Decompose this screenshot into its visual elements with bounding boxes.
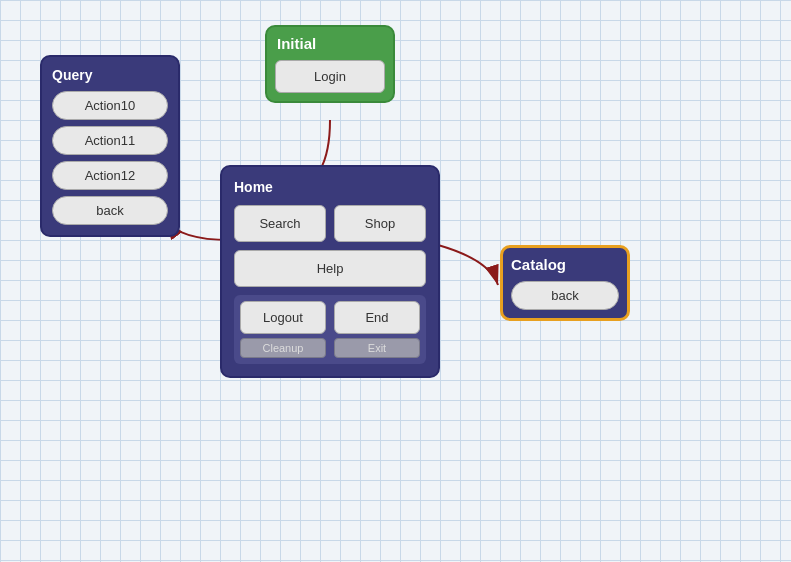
home-bottom-section: Logout End Cleanup Exit bbox=[234, 295, 426, 364]
query-back-button[interactable]: back bbox=[52, 196, 168, 225]
search-button[interactable]: Search bbox=[234, 205, 326, 242]
home-state-box: Home Search Shop Help Logout End Cleanup… bbox=[220, 165, 440, 378]
action10-button[interactable]: Action10 bbox=[52, 91, 168, 120]
login-button[interactable]: Login bbox=[275, 60, 385, 93]
query-title: Query bbox=[52, 67, 168, 83]
initial-title: Initial bbox=[275, 35, 385, 52]
exit-button[interactable]: Exit bbox=[334, 338, 420, 358]
initial-state-box: Initial Login bbox=[265, 25, 395, 103]
home-title: Home bbox=[234, 179, 426, 195]
catalog-back-button[interactable]: back bbox=[511, 281, 619, 310]
cleanup-button[interactable]: Cleanup bbox=[240, 338, 326, 358]
help-button[interactable]: Help bbox=[234, 250, 426, 287]
catalog-state-box: Catalog back bbox=[500, 245, 630, 321]
action12-button[interactable]: Action12 bbox=[52, 161, 168, 190]
catalog-title: Catalog bbox=[511, 256, 619, 273]
query-state-box: Query Action10 Action11 Action12 back bbox=[40, 55, 180, 237]
logout-button[interactable]: Logout bbox=[240, 301, 326, 334]
home-help-row: Help bbox=[234, 250, 426, 287]
action11-button[interactable]: Action11 bbox=[52, 126, 168, 155]
home-sub-btn-row: Cleanup Exit bbox=[240, 338, 420, 358]
home-bottom-btn-row: Logout End bbox=[240, 301, 420, 334]
end-button[interactable]: End bbox=[334, 301, 420, 334]
shop-button[interactable]: Shop bbox=[334, 205, 426, 242]
home-top-row: Search Shop bbox=[234, 205, 426, 242]
